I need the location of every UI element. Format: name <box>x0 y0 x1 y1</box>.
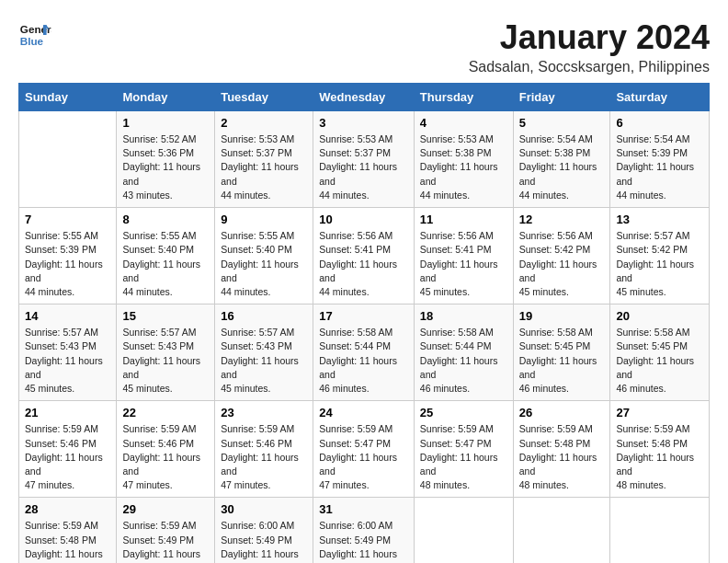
table-row: 23Sunrise: 5:59 AMSunset: 5:46 PMDayligh… <box>215 401 313 498</box>
day-info: Sunrise: 5:54 AMSunset: 5:38 PMDaylight:… <box>519 132 605 202</box>
day-number: 15 <box>122 309 209 323</box>
day-info: Sunrise: 5:57 AMSunset: 5:42 PMDaylight:… <box>616 229 703 299</box>
day-info: Sunrise: 5:53 AMSunset: 5:38 PMDaylight:… <box>420 132 507 202</box>
day-number: 18 <box>420 309 507 323</box>
table-row: 14Sunrise: 5:57 AMSunset: 5:43 PMDayligh… <box>19 304 117 401</box>
table-row <box>513 498 610 563</box>
table-row: 20Sunrise: 5:58 AMSunset: 5:45 PMDayligh… <box>610 304 710 401</box>
day-info: Sunrise: 5:59 AMSunset: 5:47 PMDaylight:… <box>319 422 408 492</box>
day-info: Sunrise: 5:59 AMSunset: 5:47 PMDaylight:… <box>420 422 507 492</box>
table-row: 26Sunrise: 5:59 AMSunset: 5:48 PMDayligh… <box>513 401 610 498</box>
day-number: 5 <box>519 116 605 130</box>
table-row: 5Sunrise: 5:54 AMSunset: 5:38 PMDaylight… <box>513 111 610 208</box>
svg-text:General: General <box>20 23 51 35</box>
day-number: 16 <box>221 309 307 323</box>
table-row: 16Sunrise: 5:57 AMSunset: 5:43 PMDayligh… <box>215 304 313 401</box>
logo: General Blue <box>18 18 55 52</box>
day-info: Sunrise: 5:53 AMSunset: 5:37 PMDaylight:… <box>319 132 408 202</box>
day-info: Sunrise: 5:58 AMSunset: 5:44 PMDaylight:… <box>420 326 507 396</box>
day-number: 24 <box>319 406 408 419</box>
calendar-header-row: Sunday Monday Tuesday Wednesday Thursday… <box>19 84 710 111</box>
day-number: 3 <box>319 116 408 130</box>
day-number: 26 <box>519 406 605 419</box>
table-row <box>414 498 513 563</box>
day-info: Sunrise: 5:59 AMSunset: 5:46 PMDaylight:… <box>122 422 209 492</box>
table-row: 28Sunrise: 5:59 AMSunset: 5:48 PMDayligh… <box>19 498 117 563</box>
general-blue-logo-icon: General Blue <box>18 18 51 52</box>
day-number: 2 <box>221 116 307 130</box>
svg-marker-3 <box>43 25 47 35</box>
day-info: Sunrise: 5:58 AMSunset: 5:44 PMDaylight:… <box>319 326 408 396</box>
header-monday: Monday <box>117 84 215 111</box>
day-info: Sunrise: 5:56 AMSunset: 5:42 PMDaylight:… <box>519 229 605 299</box>
month-year-title: January 2024 <box>469 18 710 57</box>
header-saturday: Saturday <box>610 84 710 111</box>
table-row: 8Sunrise: 5:55 AMSunset: 5:40 PMDaylight… <box>117 208 215 304</box>
day-info: Sunrise: 5:55 AMSunset: 5:40 PMDaylight:… <box>221 229 307 299</box>
calendar-week-row: 28Sunrise: 5:59 AMSunset: 5:48 PMDayligh… <box>19 498 710 563</box>
table-row: 9Sunrise: 5:55 AMSunset: 5:40 PMDaylight… <box>215 208 313 304</box>
day-number: 14 <box>25 309 110 323</box>
header-wednesday: Wednesday <box>313 84 415 111</box>
table-row: 11Sunrise: 5:56 AMSunset: 5:41 PMDayligh… <box>414 208 513 304</box>
svg-text:Blue: Blue <box>20 35 44 47</box>
day-number: 17 <box>319 309 408 323</box>
day-info: Sunrise: 5:59 AMSunset: 5:48 PMDaylight:… <box>519 422 605 492</box>
day-number: 22 <box>122 406 209 419</box>
calendar-table: Sunday Monday Tuesday Wednesday Thursday… <box>18 83 710 563</box>
day-info: Sunrise: 5:54 AMSunset: 5:39 PMDaylight:… <box>616 132 703 202</box>
day-info: Sunrise: 5:56 AMSunset: 5:41 PMDaylight:… <box>420 229 507 299</box>
calendar-title-area: January 2024 Sadsalan, Soccsksargen, Phi… <box>469 18 710 75</box>
calendar-week-row: 14Sunrise: 5:57 AMSunset: 5:43 PMDayligh… <box>19 304 710 401</box>
table-row: 3Sunrise: 5:53 AMSunset: 5:37 PMDaylight… <box>313 111 415 208</box>
day-info: Sunrise: 5:57 AMSunset: 5:43 PMDaylight:… <box>25 326 110 396</box>
day-number: 31 <box>319 502 408 516</box>
table-row <box>19 111 117 208</box>
table-row: 30Sunrise: 6:00 AMSunset: 5:49 PMDayligh… <box>215 498 313 563</box>
table-row: 29Sunrise: 5:59 AMSunset: 5:49 PMDayligh… <box>117 498 215 563</box>
day-info: Sunrise: 5:58 AMSunset: 5:45 PMDaylight:… <box>616 326 703 396</box>
table-row: 4Sunrise: 5:53 AMSunset: 5:38 PMDaylight… <box>414 111 513 208</box>
day-info: Sunrise: 5:53 AMSunset: 5:37 PMDaylight:… <box>221 132 307 202</box>
table-row: 13Sunrise: 5:57 AMSunset: 5:42 PMDayligh… <box>610 208 710 304</box>
table-row: 24Sunrise: 5:59 AMSunset: 5:47 PMDayligh… <box>313 401 415 498</box>
day-number: 11 <box>420 213 507 226</box>
day-number: 9 <box>221 213 307 226</box>
day-info: Sunrise: 5:57 AMSunset: 5:43 PMDaylight:… <box>221 326 307 396</box>
day-info: Sunrise: 5:57 AMSunset: 5:43 PMDaylight:… <box>122 326 209 396</box>
table-row: 6Sunrise: 5:54 AMSunset: 5:39 PMDaylight… <box>610 111 710 208</box>
location-subtitle: Sadsalan, Soccsksargen, Philippines <box>469 59 710 75</box>
table-row: 2Sunrise: 5:53 AMSunset: 5:37 PMDaylight… <box>215 111 313 208</box>
table-row: 25Sunrise: 5:59 AMSunset: 5:47 PMDayligh… <box>414 401 513 498</box>
day-info: Sunrise: 5:59 AMSunset: 5:46 PMDaylight:… <box>221 422 307 492</box>
day-number: 19 <box>519 309 605 323</box>
day-number: 29 <box>122 502 209 516</box>
table-row: 22Sunrise: 5:59 AMSunset: 5:46 PMDayligh… <box>117 401 215 498</box>
day-info: Sunrise: 5:55 AMSunset: 5:39 PMDaylight:… <box>25 229 110 299</box>
day-number: 8 <box>122 213 209 226</box>
table-row: 21Sunrise: 5:59 AMSunset: 5:46 PMDayligh… <box>19 401 117 498</box>
page-header: General Blue January 2024 Sadsalan, Socc… <box>18 18 710 75</box>
header-sunday: Sunday <box>19 84 117 111</box>
table-row: 10Sunrise: 5:56 AMSunset: 5:41 PMDayligh… <box>313 208 415 304</box>
day-number: 6 <box>616 116 703 130</box>
table-row: 19Sunrise: 5:58 AMSunset: 5:45 PMDayligh… <box>513 304 610 401</box>
header-thursday: Thursday <box>414 84 513 111</box>
day-number: 4 <box>420 116 507 130</box>
day-info: Sunrise: 5:59 AMSunset: 5:48 PMDaylight:… <box>616 422 703 492</box>
calendar-week-row: 1Sunrise: 5:52 AMSunset: 5:36 PMDaylight… <box>19 111 710 208</box>
table-row: 17Sunrise: 5:58 AMSunset: 5:44 PMDayligh… <box>313 304 415 401</box>
day-number: 28 <box>25 502 110 516</box>
table-row: 7Sunrise: 5:55 AMSunset: 5:39 PMDaylight… <box>19 208 117 304</box>
table-row: 12Sunrise: 5:56 AMSunset: 5:42 PMDayligh… <box>513 208 610 304</box>
day-info: Sunrise: 5:56 AMSunset: 5:41 PMDaylight:… <box>319 229 408 299</box>
table-row: 27Sunrise: 5:59 AMSunset: 5:48 PMDayligh… <box>610 401 710 498</box>
day-info: Sunrise: 5:58 AMSunset: 5:45 PMDaylight:… <box>519 326 605 396</box>
table-row: 15Sunrise: 5:57 AMSunset: 5:43 PMDayligh… <box>117 304 215 401</box>
day-number: 12 <box>519 213 605 226</box>
calendar-week-row: 21Sunrise: 5:59 AMSunset: 5:46 PMDayligh… <box>19 401 710 498</box>
day-number: 7 <box>25 213 110 226</box>
day-number: 27 <box>616 406 703 419</box>
day-number: 30 <box>221 502 307 516</box>
day-info: Sunrise: 6:00 AMSunset: 5:49 PMDaylight:… <box>319 519 408 563</box>
